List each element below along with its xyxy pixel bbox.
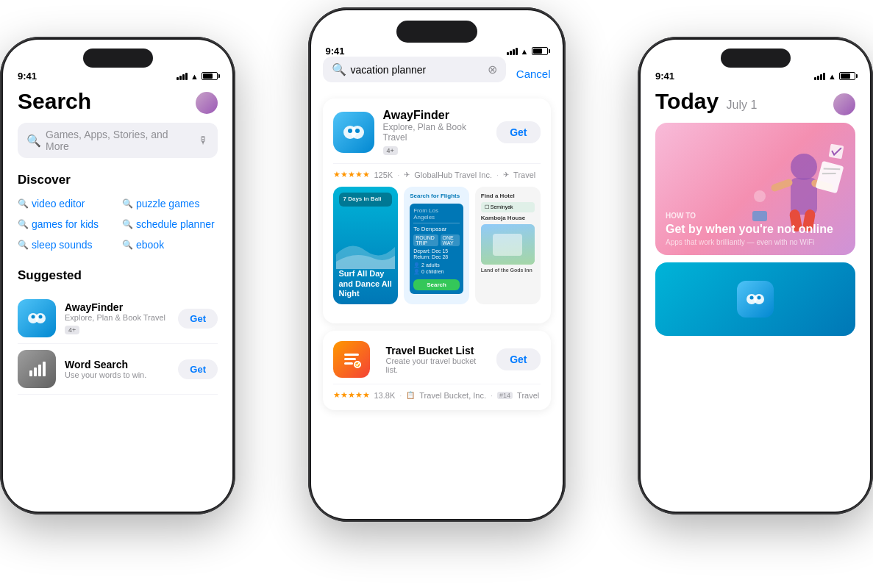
discover-label-1: video editor (32, 198, 85, 209)
search-icon-center: 🔍 (332, 62, 346, 76)
time-center: 9:41 (326, 46, 345, 57)
app2-desc: Create your travel bucket list. (386, 356, 488, 374)
avatar (196, 92, 218, 114)
publisher-name: GlobalHub Travel Inc. (414, 171, 492, 179)
svg-rect-18 (770, 178, 794, 193)
battery-icon-r (839, 72, 855, 80)
discover-label-4: schedule planner (136, 218, 215, 230)
svg-rect-25 (829, 144, 844, 159)
app-icon-awayfinder-left (18, 299, 56, 337)
status-icons-right: ▲ (814, 72, 855, 81)
search-bar-active[interactable]: 🔍 vacation planner ⊗ (323, 57, 506, 82)
app-info-2: Word Search Use your words to win. (65, 359, 169, 379)
suggested-app-2: Word Search Use your words to win. Get (18, 344, 218, 395)
signal-icon-c (507, 48, 518, 55)
discover-item[interactable]: 🔍 puzzle games (122, 198, 218, 209)
today-title: Today (655, 89, 719, 113)
stars-row-2: ★★★★★ 13.8K · 📋 Travel Bucket, Inc. · #1… (333, 384, 541, 400)
app-icon-wordsearch (18, 350, 56, 388)
app-icon-center (333, 112, 374, 153)
status-bar-left: 9:41 ▲ (3, 68, 232, 82)
status-bar-center: 9:41 ▲ (311, 43, 563, 57)
app-result-card-2: Travel Bucket List Create your travel bu… (323, 331, 551, 410)
discover-item[interactable]: 🔍 sleep sounds (18, 239, 113, 251)
discover-item[interactable]: 🔍 games for kids (18, 218, 113, 230)
app-badge-1: 4+ (65, 326, 79, 334)
app2-badge: #14 (497, 392, 513, 399)
svg-rect-12 (344, 354, 359, 356)
status-bar-right: 9:41 ▲ (641, 68, 870, 82)
discover-label-5: sleep sounds (32, 239, 93, 251)
stars-row: ★★★★★ 125K · ✈ GlobalHub Travel Inc. · ✈… (333, 163, 541, 179)
discover-item[interactable]: 🔍 video editor (18, 198, 113, 209)
svg-rect-4 (29, 370, 32, 376)
center-app-name: AwayFinder (383, 109, 488, 122)
review-count-2: 13.8K (374, 391, 396, 400)
search-bar[interactable]: 🔍 Games, Apps, Stories, and More 🎙 (18, 123, 218, 158)
svg-point-30 (750, 296, 754, 300)
clear-icon[interactable]: ⊗ (488, 62, 497, 76)
publisher-2: Travel Bucket, Inc. (419, 391, 486, 400)
search-title: Search (18, 89, 91, 114)
svg-rect-14 (344, 362, 353, 365)
category: Travel (513, 171, 535, 179)
signal-icon (177, 73, 188, 80)
hero-card-content: HOW TO Get by when you're not online App… (666, 212, 845, 246)
center-app-badge: 4+ (383, 146, 398, 155)
battery-icon (202, 72, 218, 80)
get-button-2[interactable]: Get (178, 359, 218, 379)
cancel-button[interactable]: Cancel (516, 68, 551, 80)
screenshots-row: 7 Days in Bali Surf All Day and Dance Al… (333, 187, 541, 304)
left-phone-content: Search 🔍 Games, Apps, Stories, and More … (3, 82, 232, 395)
wifi-icon-r: ▲ (828, 72, 836, 81)
center-get-button[interactable]: Get (496, 121, 540, 143)
category-2: Travel (517, 391, 539, 400)
svg-rect-13 (344, 358, 356, 360)
review-count: 125K (374, 171, 393, 179)
phone-center: 9:41 ▲ 🔍 vacation planner ⊗ Cancel (308, 7, 566, 522)
svg-point-16 (791, 154, 817, 180)
today-title-group: Today July 1 (655, 89, 757, 114)
app-desc-2: Use your words to win. (65, 370, 169, 379)
status-icons-left: ▲ (177, 72, 218, 81)
screenshot-1: 7 Days in Bali Surf All Day and Dance Al… (333, 187, 399, 304)
search-icon-small: 🔍 (122, 240, 133, 250)
svg-point-3 (39, 315, 43, 319)
dynamic-island-left (83, 49, 153, 68)
status-icons-center: ▲ (507, 47, 548, 56)
discover-item[interactable]: 🔍 ebook (122, 239, 218, 251)
hero-sub: Apps that work brilliantly — even with n… (666, 238, 845, 246)
get-button-app2[interactable]: Get (496, 348, 540, 370)
search-icon-small: 🔍 (18, 240, 29, 250)
discover-label-2: puzzle games (136, 198, 199, 209)
suggested-app-1: AwayFinder Explore, Plan & Book Travel 4… (18, 293, 218, 344)
hero-headline: Get by when you're not online (666, 222, 845, 236)
app-desc-1: Explore, Plan & Book Travel (65, 313, 169, 322)
suggested-section-title: Suggested (18, 268, 218, 283)
svg-rect-5 (34, 368, 37, 376)
app2-info: Travel Bucket List Create your travel bu… (386, 345, 488, 374)
svg-point-31 (758, 296, 761, 300)
search-icon-small: 🔍 (122, 198, 133, 209)
discover-item[interactable]: 🔍 schedule planner (122, 218, 218, 230)
search-placeholder: Games, Apps, Stories, and More (46, 129, 194, 152)
app-result-header: AwayFinder Explore, Plan & Book Travel 4… (333, 109, 541, 156)
search-icon-small: 🔍 (18, 198, 29, 209)
time-right: 9:41 (655, 71, 674, 82)
center-phone-content: 🔍 vacation planner ⊗ Cancel (311, 57, 563, 410)
phone-right: 9:41 ▲ Today July 1 (638, 37, 873, 514)
mic-icon: 🎙 (199, 135, 209, 146)
sc-title-1: Surf All Day and Dance All Night (339, 269, 393, 298)
screenshot-2: Search for Flights From Los Angeles To D… (404, 187, 469, 304)
discover-grid: 🔍 video editor 🔍 puzzle games 🔍 games fo… (18, 198, 218, 251)
star-rating-2: ★★★★★ (333, 390, 370, 400)
search-icon-small: 🔍 (18, 219, 29, 229)
svg-rect-7 (43, 362, 46, 376)
app-name-1: AwayFinder (65, 301, 169, 313)
svg-rect-22 (816, 161, 844, 193)
hero-how-to: HOW TO (666, 212, 845, 220)
dynamic-island-right (721, 49, 791, 68)
get-button-1[interactable]: Get (178, 309, 218, 329)
time-left: 9:41 (18, 71, 37, 82)
svg-point-26 (754, 190, 766, 202)
